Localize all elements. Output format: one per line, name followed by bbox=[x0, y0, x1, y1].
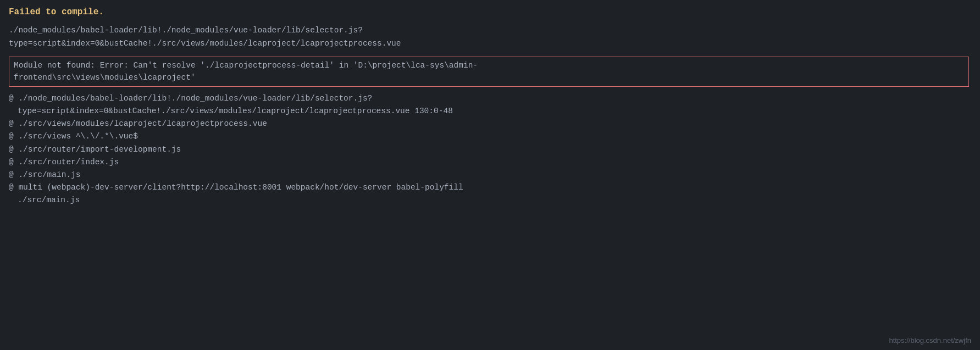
stack-line-5: @ ./src/router/index.js bbox=[9, 156, 971, 169]
path-line-1b: type=script&index=0&bustCache!./src/view… bbox=[9, 37, 971, 49]
stack-line-1a: ./node_modules/babel-loader/lib!./node_m… bbox=[18, 94, 372, 103]
stack-line-2: @ ./src/views/modules/lcaproject/lcaproj… bbox=[9, 118, 971, 130]
path-line-1a: ./node_modules/babel-loader/lib!./node_m… bbox=[9, 24, 971, 36]
at-symbol: @ bbox=[9, 94, 18, 103]
stack-line-6: @ ./src/main.js bbox=[9, 169, 971, 181]
module-error-line2: frontend\src\views\modules\lcaproject' bbox=[14, 71, 964, 84]
stack-line-8: ./src/main.js bbox=[9, 194, 971, 207]
stack-line-4: @ ./src/router/import-development.js bbox=[9, 143, 971, 156]
stack-line-7: @ multi (webpack)-dev-server/client?http… bbox=[9, 181, 971, 194]
module-error-box: Module not found: Error: Can't resolve '… bbox=[9, 57, 969, 87]
error-title: Failed to compile. bbox=[9, 5, 971, 19]
stack-line-prefix: @ ./node_modules/babel-loader/lib!./node… bbox=[9, 92, 971, 105]
terminal-container: Failed to compile. ./node_modules/babel-… bbox=[0, 0, 980, 350]
stack-line-3: @ ./src/views ^\.\/.*\.vue$ bbox=[9, 130, 971, 143]
watermark: https://blog.csdn.net/zwjfn bbox=[889, 336, 971, 345]
stack-line-1b: type=script&index=0&bustCache!./src/view… bbox=[9, 105, 971, 118]
module-error-line1: Module not found: Error: Can't resolve '… bbox=[14, 59, 964, 71]
